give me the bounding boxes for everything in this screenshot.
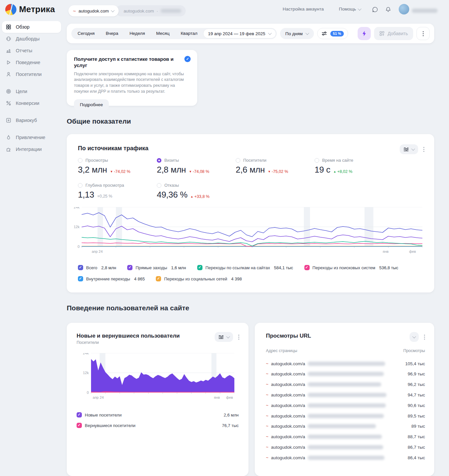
url-table-row[interactable]: ~autogudok.com/a89,5 тыс (266, 411, 425, 421)
users-area-chart[interactable]: 012k24kапр 24янвфев (77, 353, 234, 402)
period-week[interactable]: Неделя (124, 29, 151, 38)
url-blurred-path (308, 424, 376, 428)
chart-type-selector[interactable] (400, 144, 418, 154)
checkbox-icon[interactable] (127, 265, 132, 270)
checkbox-icon[interactable] (197, 265, 202, 270)
sidebar-item-label: Обзор (16, 24, 30, 30)
radio-selected-icon[interactable] (157, 158, 161, 163)
period-preset-group: Сегодня Вчера Неделя Месяц Квартал 19 ап… (71, 28, 277, 39)
checkbox-icon[interactable] (78, 265, 83, 270)
account-settings-link[interactable]: Настройка аккаунта (283, 7, 324, 12)
legend-item-search[interactable]: Переходы из поисковых систем536,8 тыс (304, 265, 398, 270)
sidebar-item-goals[interactable]: Цели (2, 85, 61, 97)
chat-icon (372, 6, 378, 13)
period-yesterday[interactable]: Вчера (100, 29, 124, 38)
url-table-row[interactable]: ~autogudok.com/a86,7 тыс (266, 442, 425, 452)
counter-ghost-separator: · (156, 9, 158, 13)
url-table-row[interactable]: ~autogudok.com/a86,4 тыс (266, 452, 425, 463)
chevron-down-icon (411, 147, 415, 151)
help-label: Помощь (339, 7, 356, 12)
url-prefix: autogudok.com/a (271, 393, 305, 397)
add-widget-label: Добавить (388, 31, 408, 36)
urls-card-title: Просмотры URL (266, 333, 311, 339)
help-menu[interactable]: Помощь (339, 7, 361, 12)
url-table-row[interactable]: ~autogudok.com/a105,4 тыс (266, 358, 425, 369)
period-quarter[interactable]: Квартал (175, 29, 203, 38)
checkbox-icon[interactable] (77, 412, 82, 417)
sidebar-item-integrations[interactable]: Интеграции (2, 143, 61, 155)
svg-text:янв: янв (383, 250, 389, 253)
sidebar-item-acquisition[interactable]: Привлечение (2, 131, 61, 143)
legend-item-returning-visitors[interactable]: Вернувшиеся посетители 76,7 тыс (77, 423, 239, 428)
url-blurred-path (308, 435, 382, 439)
traffic-line-chart[interactable]: 012k24kапр 24янвфев (67, 207, 422, 256)
metric-value: 2,8 млн (157, 165, 186, 175)
metric-delta: ▼-74,08 % (189, 169, 209, 174)
site-favicon-icon: ~ (266, 424, 269, 428)
add-widget-button[interactable]: Добавить (374, 27, 413, 40)
insights-button[interactable] (358, 27, 371, 40)
sampling-settings-button[interactable]: 51 % (317, 28, 348, 39)
radio-icon[interactable] (157, 183, 161, 188)
counter-ghost-blurred (161, 9, 181, 13)
url-blurred-path (308, 393, 387, 397)
legend-item-new-visitors[interactable]: Новые посетители 2,6 млн (77, 412, 239, 417)
url-table-row[interactable]: ~autogudok.com/a88,7 тыс (266, 432, 425, 442)
legend-item-site-links[interactable]: Переходы по ссылкам на сайтах584,1 тыс (197, 265, 293, 270)
traffic-card-menu[interactable] (421, 145, 426, 154)
radio-icon[interactable] (78, 183, 83, 188)
counter-ghost-pill[interactable]: autogudok.com · (116, 5, 186, 16)
granularity-select[interactable]: По дням (280, 28, 314, 39)
sidebar-item-overview[interactable]: Обзор (2, 21, 61, 33)
checkbox-icon[interactable] (77, 423, 82, 428)
toolbar-more-button[interactable] (416, 27, 430, 40)
counter-switcher[interactable]: ~ autogudok.com (68, 5, 119, 16)
legend-item-direct[interactable]: Прямые заходы1,6 млн (127, 265, 186, 270)
section-title-general: Общие показатели (67, 117, 131, 125)
url-prefix: autogudok.com/a (271, 445, 305, 450)
url-table-row[interactable]: ~autogudok.com/a90,6 тыс (266, 400, 425, 411)
new-returning-users-card: Новые и вернувшиеся пользователи Посетит… (67, 323, 248, 476)
users-card-subtitle: Посетители (77, 340, 99, 345)
legend-item-social[interactable]: Переходы из социальных сетей4 398 (156, 276, 242, 281)
user-avatar[interactable] (399, 4, 409, 14)
period-today[interactable]: Сегодня (72, 29, 100, 38)
chat-button[interactable] (371, 5, 379, 14)
app-title: Метрика (19, 4, 55, 14)
sidebar-item-reports[interactable]: Отчеты (2, 45, 61, 57)
promo-details-button[interactable]: Подробнее (74, 99, 109, 110)
url-table-row[interactable]: ~autogudok.com/a89 тыс (266, 421, 425, 432)
checkbox-icon[interactable] (156, 276, 161, 281)
url-table-row[interactable]: ~autogudok.com/a96,2 тыс (266, 379, 425, 390)
urls-card-menu[interactable] (422, 333, 427, 342)
url-table-row[interactable]: ~autogudok.com/a94,7 тыс (266, 390, 425, 400)
url-blurred-path (308, 382, 381, 387)
legend-item-total[interactable]: Всего2,8 млн (78, 265, 116, 270)
notifications-button[interactable] (384, 5, 392, 14)
chevron-down-icon (111, 9, 114, 12)
url-views-card: Просмотры URL Адрес страницы Просмотры ~… (255, 323, 434, 476)
sidebar-item-behavior[interactable]: Поведение (2, 57, 61, 68)
url-views-value: 89,5 тыс (408, 414, 425, 418)
users-card-menu[interactable] (236, 333, 241, 342)
column-page-address: Адрес страницы (266, 348, 297, 353)
bell-icon (385, 6, 391, 13)
site-favicon-icon: ~ (266, 456, 269, 460)
sidebar-item-conversions[interactable]: Конверсии (2, 97, 61, 109)
sidebar-item-visitors[interactable]: Посетители (2, 68, 61, 80)
radio-icon[interactable] (315, 158, 319, 163)
period-month[interactable]: Месяц (151, 29, 175, 38)
radio-icon[interactable] (78, 158, 83, 163)
checkbox-icon[interactable] (304, 265, 310, 270)
checkbox-icon[interactable] (78, 276, 83, 281)
chart-type-selector[interactable] (215, 332, 233, 342)
lightning-icon (362, 31, 366, 36)
legend-item-internal[interactable]: Внутренние переходы4 865 (78, 276, 145, 281)
urls-view-selector[interactable] (410, 332, 419, 342)
sidebar-item-dashboards[interactable]: Дашборды (2, 33, 61, 45)
url-blurred-path (308, 414, 384, 418)
date-range-picker[interactable]: 19 апр 2024 — 19 фев 2025 (203, 29, 276, 38)
sidebar-item-variocube[interactable]: Вариокуб (2, 114, 61, 126)
radio-icon[interactable] (236, 158, 240, 163)
url-table-row[interactable]: ~autogudok.com/a96,9 тыс (266, 369, 425, 379)
